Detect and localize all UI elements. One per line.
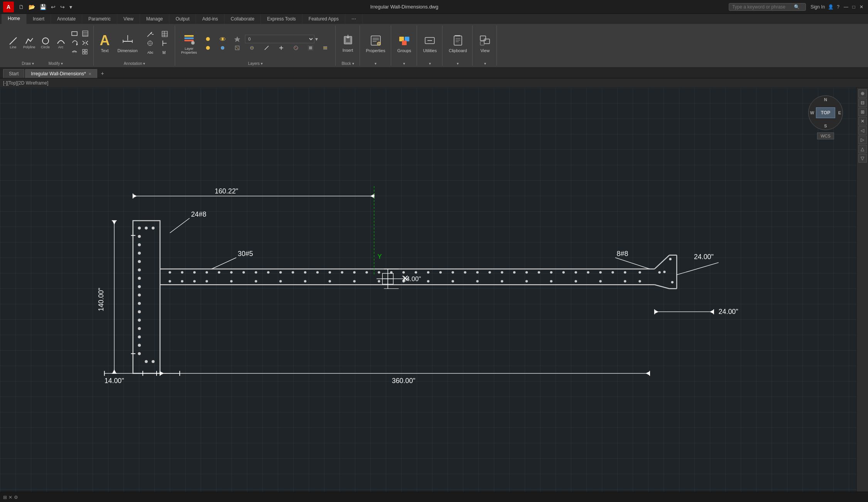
mtext-button[interactable]: M [158, 48, 172, 57]
view-top-button[interactable]: TOP [816, 107, 835, 118]
tab-output[interactable]: Output [169, 14, 196, 24]
new-tab-button[interactable]: + [98, 69, 107, 78]
layer-visible-icon[interactable] [216, 35, 230, 43]
hatch-button[interactable] [80, 29, 90, 38]
panel-btn-1[interactable]: ⊕ [858, 89, 867, 98]
svg-point-83 [138, 235, 141, 238]
search-input[interactable] [732, 4, 794, 10]
panel-btn-4[interactable]: ✕ [858, 117, 867, 126]
panel-btn-6[interactable]: ▷ [858, 136, 867, 144]
dimension-button[interactable]: Dimension [115, 32, 140, 54]
svg-rect-31 [184, 35, 194, 37]
undo-icon[interactable]: ↩ [49, 3, 57, 11]
svg-marker-181 [133, 194, 137, 198]
tab-collaborate[interactable]: Collaborate [225, 14, 261, 24]
polyline-button[interactable]: Polyline [22, 36, 37, 50]
tab-annotate[interactable]: Annotate [51, 14, 82, 24]
layer-tool-8[interactable] [304, 44, 317, 51]
array-button[interactable] [80, 48, 90, 56]
utilities-button[interactable]: Utilities [421, 32, 439, 54]
layers-label: Layers ▾ [248, 61, 263, 66]
layer-tool-4[interactable] [245, 44, 259, 51]
tab-insert[interactable]: Insert [27, 14, 51, 24]
tab-drawing-close[interactable]: ✕ [88, 72, 91, 76]
svg-point-135 [574, 271, 577, 273]
command-input[interactable] [21, 495, 865, 500]
insert-button[interactable]: Insert [339, 32, 356, 54]
mirror-button[interactable] [80, 39, 90, 47]
navigation-compass[interactable]: N S E W TOP WCS [806, 95, 845, 146]
rotate-button[interactable] [69, 39, 79, 47]
tab-view[interactable]: View [117, 14, 140, 24]
properties-button[interactable]: Properties [364, 32, 388, 54]
center-mark-button[interactable] [143, 39, 157, 47]
tab-drawing[interactable]: Irregular Wall-Dimensions* ✕ [25, 69, 97, 78]
layer-tool-3[interactable] [230, 44, 244, 51]
layer-tool-7[interactable] [289, 44, 303, 51]
close-button[interactable]: ✕ [858, 3, 865, 10]
tab-start[interactable]: Start [3, 69, 24, 78]
layer-properties-button[interactable]: LayerProperties [179, 31, 199, 56]
search-box[interactable]: 🔍 [729, 3, 806, 11]
layer-tool-2[interactable] [216, 44, 230, 51]
view-button[interactable]: View [476, 32, 493, 54]
help-icon[interactable]: ? [837, 4, 839, 10]
save-icon[interactable]: 💾 [38, 3, 48, 11]
maximize-button[interactable]: □ [850, 3, 857, 10]
tab-home[interactable]: Home [2, 14, 27, 24]
layer-tool-9[interactable] [318, 44, 332, 51]
panel-btn-7[interactable]: △ [858, 145, 867, 153]
svg-text:Abc: Abc [147, 51, 154, 54]
tab-featured[interactable]: Featured Apps [302, 14, 345, 24]
layer-dropdown-arrow[interactable]: ▾ [315, 36, 318, 42]
circle-button[interactable]: Circle [39, 36, 52, 50]
panel-btn-3[interactable]: ⊞ [858, 108, 867, 116]
more-icon[interactable]: ▾ [68, 3, 74, 11]
tab-manage[interactable]: Manage [140, 14, 169, 24]
layer-tool-1[interactable] [201, 44, 215, 51]
command-close-icon[interactable]: ✕ [8, 495, 12, 500]
svg-text:14.00": 14.00" [403, 275, 421, 283]
layer-tool-5[interactable] [260, 44, 274, 51]
layer-state-icon[interactable] [201, 35, 215, 43]
table-button[interactable] [158, 30, 172, 38]
sign-in-button[interactable]: Sign In [811, 4, 825, 10]
search-icon[interactable]: 🔍 [794, 4, 800, 10]
svg-rect-68 [402, 41, 407, 45]
main-area: 24#8 30#5 8#8 160.22" Y [0, 88, 868, 492]
dimension-style-button[interactable]: Abc [143, 48, 157, 57]
new-file-icon[interactable]: 🗋 [17, 3, 25, 11]
tab-express[interactable]: Express Tools [261, 14, 302, 24]
layer-tool-6[interactable] [274, 44, 288, 51]
rectangle-button[interactable] [69, 29, 79, 38]
svg-point-91 [138, 302, 141, 305]
ordinate-button[interactable] [158, 39, 172, 47]
open-file-icon[interactable]: 📂 [27, 3, 37, 11]
layer-dropdown[interactable]: 0 [245, 35, 314, 43]
drawing-canvas[interactable]: 24#8 30#5 8#8 160.22" Y [0, 88, 856, 492]
account-icon[interactable]: 👤 [828, 4, 834, 10]
line-button[interactable]: Line [6, 36, 20, 50]
tab-more[interactable]: ⋯ [345, 14, 363, 24]
layer-freeze-icon[interactable] [230, 35, 244, 43]
command-line[interactable]: ⊞ ✕ ⚙ [0, 492, 868, 502]
minimize-button[interactable]: — [843, 3, 849, 10]
text-button[interactable]: A Text [98, 32, 112, 54]
command-settings-icon[interactable]: ⚙ [14, 495, 18, 500]
wcs-badge[interactable]: WCS [817, 132, 834, 139]
panel-btn-2[interactable]: ⊟ [858, 98, 867, 107]
offset-button[interactable] [69, 48, 79, 56]
panel-btn-8[interactable]: ▽ [858, 154, 867, 163]
svg-point-93 [138, 319, 141, 322]
tab-parametric[interactable]: Parametric [82, 14, 117, 24]
groups-button[interactable]: Groups [395, 32, 414, 54]
leader-button[interactable] [143, 30, 157, 38]
svg-line-47 [265, 46, 269, 50]
arc-button[interactable]: Arc [54, 36, 68, 50]
redo-icon[interactable]: ↪ [59, 3, 66, 11]
compass-ring[interactable]: N S E W TOP [808, 95, 843, 130]
tab-addins[interactable]: Add-ins [196, 14, 225, 24]
grid-icon[interactable]: ⊞ [3, 495, 7, 500]
panel-btn-5[interactable]: ◁ [858, 126, 867, 135]
clipboard-button[interactable]: Clipboard [446, 32, 469, 54]
